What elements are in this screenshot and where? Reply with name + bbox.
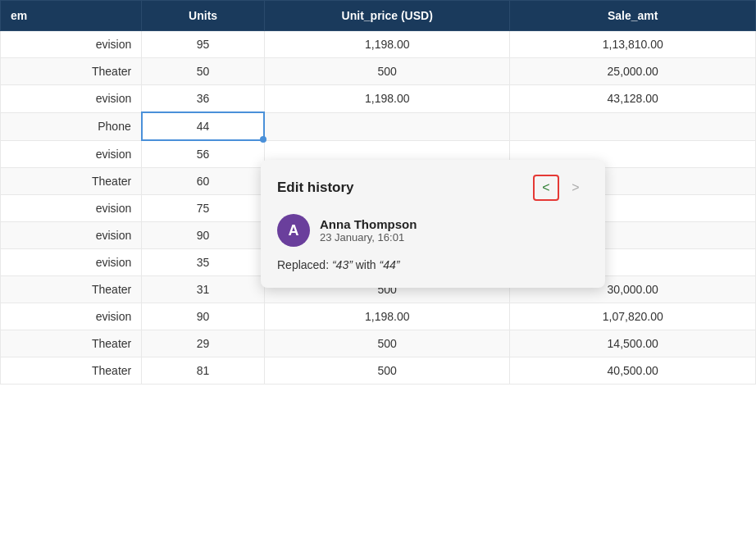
user-info: Anna Thompson 23 January, 16:01 (320, 217, 417, 243)
cell-sale: 1,13,810.00 (510, 31, 756, 58)
next-button[interactable]: > (562, 175, 589, 201)
cell-units: 90 (142, 303, 265, 330)
cell-units: 44 (142, 112, 265, 140)
table-row: Theater5050025,000.00 (1, 58, 756, 85)
user-name: Anna Thompson (320, 217, 417, 231)
cell-units: 29 (142, 330, 265, 357)
user-row: A Anna Thompson 23 January, 16:01 (277, 214, 589, 247)
user-date: 23 January, 16:01 (320, 231, 417, 243)
cell-units: 36 (142, 85, 265, 113)
cell-sale: 43,128.00 (510, 85, 756, 113)
cell-item: Theater (1, 276, 142, 303)
cell-units: 50 (142, 58, 265, 85)
replaced-description: Replaced: “43” with “44” (277, 258, 589, 271)
cell-price: 500 (264, 330, 510, 357)
cell-item: Phone (1, 112, 142, 140)
cell-sale: 40,500.00 (510, 357, 756, 385)
cell-sale: 1,07,820.00 (510, 303, 756, 330)
cell-units: 81 (142, 357, 265, 385)
cell-units: 95 (142, 31, 265, 58)
cell-units: 60 (142, 168, 265, 195)
cell-item: evision (1, 222, 142, 249)
cell-price: 500 (264, 58, 510, 85)
popup-nav: < > (533, 175, 589, 201)
prev-button[interactable]: < (533, 175, 559, 201)
cell-item: evision (1, 31, 142, 58)
cell-price: 1,198.00 (264, 303, 510, 330)
cell-item: evision (1, 249, 142, 276)
cell-item: evision (1, 140, 142, 168)
cell-units: 56 (142, 140, 265, 168)
table-row: Phone44 (1, 112, 756, 140)
col-header-item: em (1, 1, 142, 31)
cell-sale: 14,500.00 (510, 330, 756, 357)
cell-item: evision (1, 303, 142, 330)
cell-price: 500 (264, 357, 510, 385)
cell-sale (510, 112, 756, 140)
cell-price (264, 112, 510, 140)
cell-price: 1,198.00 (264, 31, 510, 58)
replaced-label: Replaced: (277, 258, 329, 271)
table-row: Theater2950014,500.00 (1, 330, 756, 357)
col-header-price: Unit_price (USD) (264, 1, 510, 31)
cell-item: Theater (1, 58, 142, 85)
replaced-to: “44” (380, 258, 400, 271)
cell-units: 90 (142, 222, 265, 249)
cell-item: evision (1, 85, 142, 113)
table-row: evision901,198.001,07,820.00 (1, 303, 756, 330)
replaced-from: “43” (332, 258, 353, 271)
cell-item: Theater (1, 330, 142, 357)
cell-item: Theater (1, 357, 142, 385)
table-row: evision951,198.001,13,810.00 (1, 31, 756, 58)
cell-price: 1,198.00 (264, 85, 510, 113)
spreadsheet-view: em Units Unit_price (USD) Sale_amt evisi… (0, 0, 756, 537)
popup-title: Edit history (277, 180, 354, 196)
avatar: A (277, 214, 310, 247)
table-row: evision361,198.0043,128.00 (1, 85, 756, 113)
table-row: Theater8150040,500.00 (1, 357, 756, 385)
edit-history-popup: Edit history < > A Anna Thompson 23 Janu… (261, 160, 605, 288)
cell-units: 35 (142, 249, 265, 276)
cell-units: 31 (142, 276, 265, 303)
cell-units: 75 (142, 195, 265, 222)
cell-item: evision (1, 195, 142, 222)
cell-item: Theater (1, 168, 142, 195)
col-header-sale: Sale_amt (510, 1, 756, 31)
col-header-units: Units (142, 1, 265, 31)
popup-header: Edit history < > (277, 175, 589, 201)
cell-sale: 25,000.00 (510, 58, 756, 85)
